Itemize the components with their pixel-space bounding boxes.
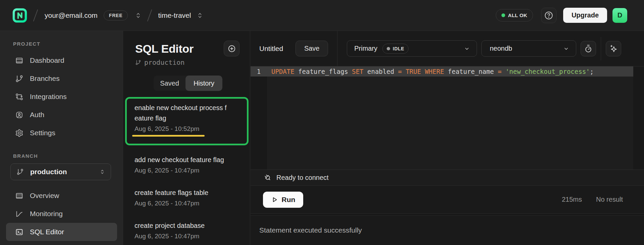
sidebar-item-dashboard[interactable]: Dashboard bbox=[0, 51, 123, 69]
line-number-gutter bbox=[251, 66, 267, 169]
status-message: Statement executed successfully bbox=[259, 226, 362, 234]
toolbar-divider bbox=[601, 37, 601, 60]
history-item-timestamp: Aug 6, 2025 - 10:47pm bbox=[135, 167, 238, 174]
breadcrumb-slash bbox=[33, 9, 38, 21]
new-query-button[interactable] bbox=[224, 41, 239, 56]
editor-toolbar: Untitled Save Primary IDLE neondb bbox=[251, 31, 644, 66]
account-email[interactable]: your@email.com bbox=[45, 11, 98, 19]
history-item-timestamp: Aug 6, 2025 - 10:52pm bbox=[135, 125, 239, 133]
chevron-down-icon bbox=[563, 45, 570, 52]
overview-icon bbox=[15, 192, 23, 200]
gear-icon bbox=[15, 129, 23, 137]
breadcrumb-slash bbox=[147, 9, 152, 21]
sidebar-item-label: SQL Editor bbox=[30, 228, 64, 236]
monitoring-icon bbox=[15, 210, 23, 218]
chevron-up-down-icon bbox=[99, 168, 105, 176]
annotation-underline bbox=[132, 135, 205, 137]
branch-selector-value: production bbox=[30, 168, 67, 176]
query-duration: 215ms bbox=[562, 196, 582, 203]
query-panel: SQL Editor production Saved History enab… bbox=[123, 31, 250, 245]
highlighted-history-item[interactable]: enable new checkout process feature flag… bbox=[125, 97, 249, 145]
query-tab-title[interactable]: Untitled bbox=[259, 45, 283, 53]
save-button[interactable]: Save bbox=[296, 41, 328, 56]
tab-saved[interactable]: Saved bbox=[154, 76, 185, 91]
history-item[interactable]: create project database Aug 6, 2025 - 10… bbox=[123, 220, 250, 240]
result-summary: No result bbox=[596, 196, 623, 203]
ai-assist-button[interactable] bbox=[606, 41, 621, 56]
sidebar-item-integrations[interactable]: Integrations bbox=[0, 88, 123, 106]
sidebar-item-auth[interactable]: Auth bbox=[0, 106, 123, 124]
help-button[interactable] bbox=[541, 8, 556, 23]
history-item-timestamp: Aug 6, 2025 - 10:47pm bbox=[135, 233, 238, 240]
status-badge[interactable]: ALL OK bbox=[496, 9, 533, 21]
account-switcher-chevron-icon[interactable] bbox=[135, 11, 142, 19]
sidebar-item-branches[interactable]: Branches bbox=[0, 69, 123, 88]
ok-dot-icon bbox=[501, 13, 505, 17]
history-list: enable new checkout process feature flag… bbox=[123, 97, 250, 240]
topbar: your@email.com FREE time-travel ALL OK U… bbox=[0, 0, 644, 31]
sql-token: TRUE bbox=[406, 68, 421, 75]
sql-token: feature_flags bbox=[294, 68, 352, 75]
sidebar-item-label: Dashboard bbox=[30, 56, 64, 64]
compute-selector[interactable]: Primary IDLE bbox=[347, 40, 477, 57]
sql-token: = bbox=[498, 68, 501, 75]
sql-editor-panel: Untitled Save Primary IDLE neondb 1 UP bbox=[251, 31, 644, 245]
query-panel-header: SQL Editor production bbox=[123, 31, 250, 66]
dashboard-icon bbox=[15, 56, 23, 65]
avatar[interactable]: D bbox=[612, 8, 627, 23]
sql-editor-icon bbox=[15, 228, 23, 236]
sql-token: WHERE bbox=[425, 68, 444, 75]
upgrade-button[interactable]: Upgrade bbox=[563, 8, 607, 23]
circled-plus-icon bbox=[227, 44, 236, 53]
status-badge-label: ALL OK bbox=[508, 12, 527, 18]
project-switcher-chevron-icon[interactable] bbox=[196, 11, 204, 19]
sql-token: enabled bbox=[364, 68, 398, 75]
sql-token bbox=[421, 68, 425, 75]
sidebar: PROJECT Dashboard Branches Integrations … bbox=[0, 31, 123, 245]
sql-token bbox=[501, 68, 505, 75]
tab-history[interactable]: History bbox=[185, 76, 222, 91]
stopwatch-icon bbox=[584, 44, 593, 53]
run-button-label: Run bbox=[282, 196, 296, 204]
active-code-line[interactable]: 1 UPDATE feature_flags SET enabled = TRU… bbox=[251, 66, 633, 77]
saved-history-tabs: Saved History bbox=[154, 76, 222, 91]
history-item-title: add new checkout feature flag bbox=[135, 155, 238, 165]
sidebar-item-monitoring[interactable]: Monitoring bbox=[0, 205, 123, 223]
neon-logo-icon[interactable] bbox=[12, 8, 27, 23]
database-selector[interactable]: neondb bbox=[481, 40, 576, 57]
chevron-down-icon bbox=[464, 45, 470, 52]
code-editor[interactable]: 1 UPDATE feature_flags SET enabled = TRU… bbox=[251, 66, 644, 169]
time-travel-button[interactable] bbox=[581, 41, 596, 56]
run-meta: 215ms No result bbox=[562, 196, 623, 203]
integrations-icon bbox=[15, 93, 23, 101]
compute-status-badge: IDLE bbox=[382, 44, 409, 54]
editor-branch-label: production bbox=[135, 58, 250, 66]
history-item-title: create feature flags table bbox=[135, 188, 238, 198]
sql-token: UPDATE bbox=[271, 68, 294, 75]
sidebar-item-label: Overview bbox=[30, 192, 59, 200]
git-branch-icon bbox=[135, 59, 141, 65]
compute-selector-value: Primary bbox=[354, 45, 377, 52]
sparkles-icon bbox=[609, 44, 618, 53]
sidebar-item-label: Branches bbox=[30, 75, 60, 83]
history-item[interactable]: create feature flags table Aug 6, 2025 -… bbox=[123, 188, 250, 207]
result-message-row: Statement executed successfully bbox=[251, 215, 644, 245]
history-item[interactable]: add new checkout feature flag Aug 6, 202… bbox=[123, 155, 250, 174]
sidebar-item-sql-editor[interactable]: SQL Editor bbox=[6, 223, 117, 241]
run-button[interactable]: Run bbox=[263, 192, 303, 208]
plan-badge: FREE bbox=[104, 10, 128, 20]
toolbar-divider bbox=[337, 31, 337, 66]
project-name[interactable]: time-travel bbox=[158, 11, 191, 19]
sql-token: ; bbox=[590, 68, 594, 75]
history-item-title: create project database bbox=[135, 220, 238, 231]
auth-user-icon bbox=[15, 111, 23, 119]
branch-selector[interactable]: production bbox=[10, 163, 111, 180]
git-branch-icon bbox=[15, 75, 23, 83]
sidebar-item-label: Monitoring bbox=[30, 210, 63, 218]
sql-token: feature_name bbox=[444, 68, 498, 75]
sidebar-item-overview[interactable]: Overview bbox=[0, 187, 123, 205]
git-branch-icon bbox=[16, 168, 24, 176]
sql-code-line: UPDATE feature_flags SET enabled = TRUE … bbox=[267, 68, 594, 75]
sql-token: 'new_checkout_process' bbox=[505, 68, 590, 75]
sidebar-item-settings[interactable]: Settings bbox=[0, 124, 123, 142]
